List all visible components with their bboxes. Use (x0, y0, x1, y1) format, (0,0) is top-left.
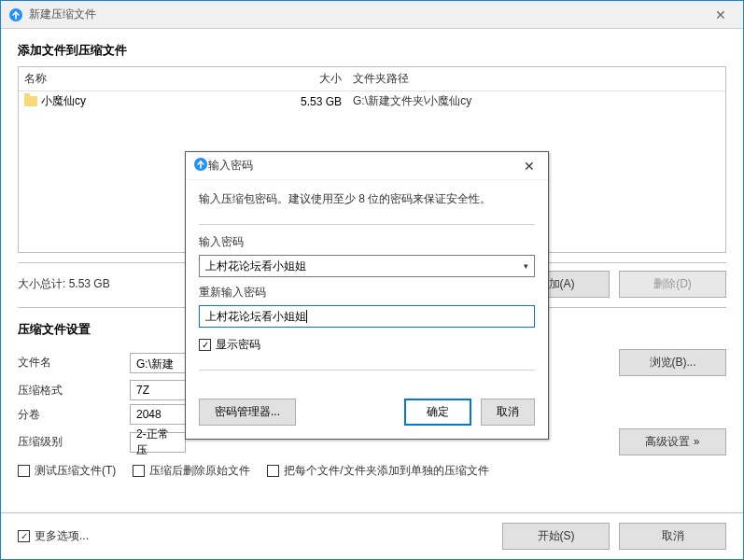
cancel-button[interactable]: 取消 (481, 399, 535, 426)
delete-button: 删除(D) (619, 271, 726, 298)
dialog-button-row: 密码管理器... 确定 取消 (186, 391, 548, 439)
separator (199, 224, 535, 225)
col-header-name[interactable]: 名称 (24, 71, 276, 87)
format-label: 压缩格式 (18, 383, 120, 399)
file-name-cell: 小魔仙cy (24, 93, 276, 109)
checkbox-row: 测试压缩文件(T) 压缩后删除原始文件 把每个文件/文件夹添加到单独的压缩文件 (18, 463, 726, 479)
titlebar: 新建压缩文件 ✕ (1, 1, 743, 29)
level-label: 压缩级别 (18, 434, 120, 450)
password-confirm-value: 上村花论坛看小姐姐 (205, 309, 307, 325)
window-close-button[interactable]: ✕ (706, 7, 736, 22)
checkbox-icon (18, 465, 30, 477)
delete-original-label: 压缩后删除原始文件 (149, 463, 250, 479)
password-label: 输入密码 (199, 234, 535, 250)
checkbox-icon-checked: ✓ (18, 530, 30, 542)
password-value: 上村花论坛看小姐姐 (205, 259, 306, 274)
window-title: 新建压缩文件 (29, 7, 706, 22)
folder-icon (24, 96, 37, 106)
app-icon (8, 7, 23, 22)
filename-label: 文件名 (18, 355, 120, 371)
browse-button[interactable]: 浏览(B)... (619, 349, 726, 376)
delete-original-checkbox[interactable]: 压缩后删除原始文件 (133, 463, 250, 479)
format-value: 7Z (136, 384, 149, 397)
checkbox-icon-checked: ✓ (199, 339, 211, 351)
checkbox-icon (133, 465, 145, 477)
test-archive-checkbox[interactable]: 测试压缩文件(T) (18, 463, 116, 479)
separate-archives-checkbox[interactable]: 把每个文件/文件夹添加到单独的压缩文件 (267, 463, 488, 479)
show-password-checkbox[interactable]: ✓ 显示密码 (199, 337, 535, 353)
test-archive-label: 测试压缩文件(T) (35, 463, 116, 479)
password-confirm-label: 重新输入密码 (199, 285, 535, 301)
ok-button[interactable]: 确定 (404, 399, 471, 426)
file-list-header: 名称 大小 文件夹路径 (19, 67, 725, 91)
dialog-title: 输入密码 (208, 158, 518, 174)
footer: ✓ 更多选项... 开始(S) 取消 (1, 512, 743, 559)
table-row[interactable]: 小魔仙cy 5.53 GB G:\新建文件夹\小魔仙cy (19, 91, 725, 111)
checkbox-icon (267, 465, 279, 477)
split-label: 分卷 (18, 407, 120, 423)
app-icon (193, 157, 208, 175)
dialog-body: 输入压缩包密码。建议使用至少 8 位的密码来保证安全性。 输入密码 上村花论坛看… (186, 180, 548, 391)
level-select[interactable]: 2-正常压 (130, 432, 186, 453)
start-button[interactable]: 开始(S) (502, 523, 610, 550)
file-name-text: 小魔仙cy (41, 93, 86, 109)
filename-input[interactable]: G:\新建 (130, 353, 186, 373)
cancel-button[interactable]: 取消 (619, 523, 726, 550)
split-input[interactable]: 2048 (130, 404, 186, 425)
file-path-cell: G:\新建文件夹\小魔仙cy (342, 93, 720, 109)
separator (199, 370, 535, 371)
dialog-instruction: 输入压缩包密码。建议使用至少 8 位的密码来保证安全性。 (199, 191, 535, 207)
password-manager-button[interactable]: 密码管理器... (199, 399, 296, 426)
advanced-button[interactable]: 高级设置 » (619, 428, 726, 455)
file-size-cell: 5.53 GB (276, 95, 342, 108)
dialog-titlebar: 输入密码 ✕ (186, 152, 548, 180)
password-confirm-input[interactable]: 上村花论坛看小姐姐 (199, 305, 535, 328)
more-options-label: 更多选项... (35, 528, 89, 544)
format-select[interactable]: 7Z (130, 380, 186, 400)
level-value: 2-正常压 (136, 427, 179, 458)
section-add-files-title: 添加文件到压缩文件 (1, 29, 743, 66)
col-header-path[interactable]: 文件夹路径 (342, 71, 720, 87)
dialog-close-button[interactable]: ✕ (518, 159, 540, 174)
separate-archives-label: 把每个文件/文件夹添加到单独的压缩文件 (284, 463, 488, 479)
password-dialog: 输入密码 ✕ 输入压缩包密码。建议使用至少 8 位的密码来保证安全性。 输入密码… (185, 151, 549, 440)
col-header-size[interactable]: 大小 (276, 71, 342, 87)
password-input[interactable]: 上村花论坛看小姐姐 ▾ (199, 255, 535, 277)
show-password-label: 显示密码 (216, 337, 260, 353)
chevron-down-icon: ▾ (524, 261, 528, 271)
more-options-checkbox[interactable]: ✓ 更多选项... (18, 528, 89, 544)
